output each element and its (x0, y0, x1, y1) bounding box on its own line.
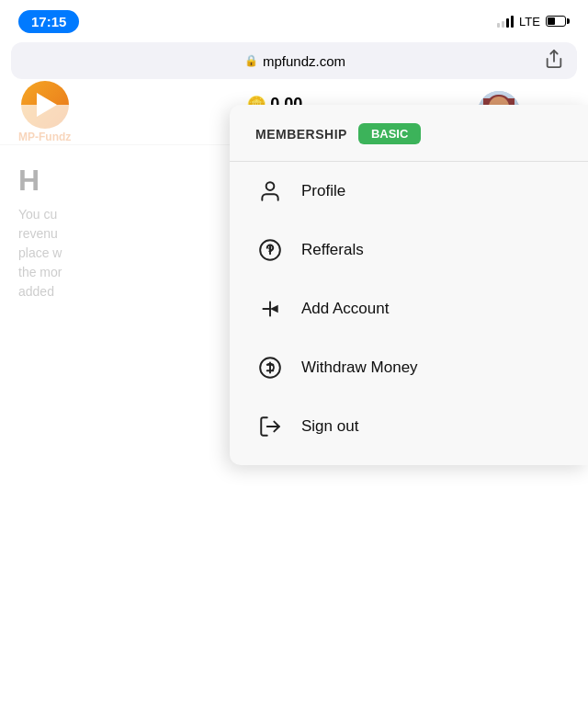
lock-icon: 🔒 (244, 54, 258, 67)
carrier-label: LTE (519, 15, 540, 28)
status-bar: 17:15 LTE (0, 0, 588, 39)
profile-label: Profile (301, 182, 345, 200)
add-account-icon (255, 294, 285, 324)
menu-item-referrals[interactable]: $ Refferals (230, 221, 588, 279)
status-right: LTE (497, 15, 570, 28)
membership-badge: BASIC (358, 123, 421, 144)
svg-point-1 (266, 182, 275, 190)
browser-url: 🔒 mpfundz.com (46, 53, 544, 69)
membership-label: MEMBERSHIP (255, 127, 347, 142)
url-text: mpfundz.com (263, 53, 345, 69)
dollar-circle-icon: $ (255, 235, 285, 265)
menu-item-signout[interactable]: Sign out (230, 397, 588, 456)
status-time: 17:15 (18, 10, 79, 33)
withdraw-label: Withdraw Money (301, 358, 418, 377)
menu-item-add-account[interactable]: Add Account (230, 279, 588, 338)
menu-item-profile[interactable]: Profile (230, 162, 588, 221)
person-icon (255, 176, 285, 206)
share-button[interactable] (544, 49, 564, 74)
battery-icon (546, 16, 570, 27)
sign-out-icon (255, 412, 285, 441)
signout-label: Sign out (301, 417, 358, 436)
dim-overlay (0, 105, 230, 717)
withdraw-icon (255, 353, 285, 382)
svg-marker-7 (270, 305, 278, 313)
add-account-label: Add Account (301, 300, 389, 318)
membership-row: MEMBERSHIP BASIC (230, 123, 588, 162)
referrals-label: Refferals (301, 241, 364, 259)
dropdown-menu: MEMBERSHIP BASIC Profile $ Refferals (230, 105, 588, 465)
browser-bar[interactable]: 🔒 mpfundz.com (11, 42, 577, 79)
signal-icon (497, 15, 514, 28)
menu-item-withdraw[interactable]: Withdraw Money (230, 338, 588, 397)
